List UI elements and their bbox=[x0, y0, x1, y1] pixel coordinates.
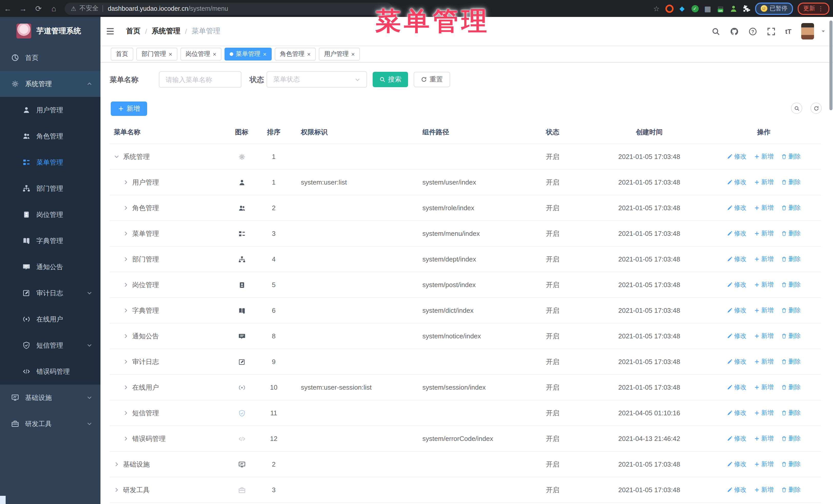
close-icon[interactable]: × bbox=[263, 51, 266, 57]
add-action[interactable]: 新增 bbox=[754, 152, 774, 161]
delete-action[interactable]: 删除 bbox=[781, 485, 801, 494]
add-button[interactable]: 新增 bbox=[111, 101, 147, 116]
expand-closed-icon[interactable] bbox=[123, 282, 129, 288]
reload-icon[interactable]: ⟳ bbox=[31, 0, 46, 17]
edit-action[interactable]: 修改 bbox=[727, 485, 746, 494]
expand-closed-icon[interactable] bbox=[114, 461, 119, 467]
sidebar-item-audit[interactable]: 审计日志 bbox=[0, 280, 100, 306]
delete-action[interactable]: 删除 bbox=[781, 332, 801, 340]
expand-closed-icon[interactable] bbox=[123, 256, 129, 262]
tab-首页[interactable]: 首页 bbox=[111, 48, 133, 61]
edit-action[interactable]: 修改 bbox=[727, 178, 746, 187]
extension-gem-icon[interactable]: ◆ bbox=[678, 4, 686, 13]
delete-action[interactable]: 删除 bbox=[781, 409, 801, 417]
browser-update-button[interactable]: 更新 ⋮ bbox=[798, 2, 829, 15]
sidebar-item-user[interactable]: 用户管理 bbox=[0, 97, 100, 123]
extensions-puzzle-icon[interactable] bbox=[742, 4, 750, 13]
add-action[interactable]: 新增 bbox=[754, 434, 774, 443]
status-select[interactable]: 菜单状态 bbox=[266, 71, 367, 88]
edit-action[interactable]: 修改 bbox=[727, 152, 746, 161]
tab-角色管理[interactable]: 角色管理× bbox=[275, 48, 316, 61]
show-search-toggle-button[interactable] bbox=[791, 102, 802, 114]
expand-closed-icon[interactable] bbox=[123, 385, 129, 390]
sidebar-item-home[interactable]: 首页 bbox=[0, 45, 100, 71]
page-scrollbar[interactable] bbox=[829, 21, 832, 110]
user-avatar[interactable] bbox=[801, 23, 814, 40]
sidebar-item-role[interactable]: 角色管理 bbox=[0, 123, 100, 149]
delete-action[interactable]: 删除 bbox=[781, 178, 801, 187]
menu-name-input[interactable] bbox=[159, 71, 241, 88]
delete-action[interactable]: 删除 bbox=[781, 383, 801, 392]
expand-closed-icon[interactable] bbox=[123, 410, 129, 416]
delete-action[interactable]: 删除 bbox=[781, 434, 801, 443]
extension-orange-icon[interactable] bbox=[665, 4, 673, 13]
extension-grid-icon[interactable]: ▦ bbox=[704, 4, 712, 13]
tab-岗位管理[interactable]: 岗位管理× bbox=[181, 48, 221, 61]
sidebar-item-system[interactable]: 系统管理 bbox=[0, 71, 100, 97]
delete-action[interactable]: 删除 bbox=[781, 152, 801, 161]
add-action[interactable]: 新增 bbox=[754, 255, 774, 264]
search-button[interactable]: 搜索 bbox=[373, 72, 408, 87]
fullscreen-icon[interactable] bbox=[767, 27, 775, 35]
delete-action[interactable]: 删除 bbox=[781, 357, 801, 366]
delete-action[interactable]: 删除 bbox=[781, 203, 801, 212]
edit-action[interactable]: 修改 bbox=[727, 357, 746, 366]
add-action[interactable]: 新增 bbox=[754, 332, 774, 340]
sidebar-item-errcode[interactable]: 错误码管理 bbox=[0, 358, 100, 385]
edit-action[interactable]: 修改 bbox=[727, 203, 746, 212]
forward-icon[interactable]: → bbox=[15, 0, 31, 17]
add-action[interactable]: 新增 bbox=[754, 203, 774, 212]
add-action[interactable]: 新增 bbox=[754, 485, 774, 494]
sidebar-item-infra[interactable]: 基础设施 bbox=[0, 385, 100, 411]
add-action[interactable]: 新增 bbox=[754, 357, 774, 366]
font-size-icon[interactable]: tT bbox=[785, 27, 791, 35]
extension-user-icon[interactable] bbox=[729, 4, 737, 13]
sidebar-item-menu[interactable]: 菜单管理 bbox=[0, 149, 100, 175]
expand-closed-icon[interactable] bbox=[123, 308, 129, 313]
sidebar-item-post[interactable]: 岗位管理 bbox=[0, 201, 100, 227]
close-icon[interactable]: × bbox=[351, 51, 355, 57]
sidebar-item-notice[interactable]: 通知公告 bbox=[0, 254, 100, 280]
edit-action[interactable]: 修改 bbox=[727, 434, 746, 443]
close-icon[interactable]: × bbox=[169, 51, 172, 57]
sidebar-item-tools[interactable]: 研发工具 bbox=[0, 411, 100, 437]
expand-closed-icon[interactable] bbox=[123, 333, 129, 339]
add-action[interactable]: 新增 bbox=[754, 383, 774, 392]
tab-菜单管理[interactable]: 菜单管理× bbox=[224, 48, 272, 61]
profile-paused-button[interactable]: ☺ 已暂停 bbox=[755, 2, 793, 15]
refresh-table-button[interactable] bbox=[810, 102, 822, 114]
expand-closed-icon[interactable] bbox=[123, 179, 129, 185]
delete-action[interactable]: 删除 bbox=[781, 229, 801, 238]
home-icon[interactable]: ⌂ bbox=[46, 0, 62, 17]
close-icon[interactable]: × bbox=[307, 51, 311, 57]
edit-action[interactable]: 修改 bbox=[727, 281, 746, 289]
expand-closed-icon[interactable] bbox=[114, 487, 119, 493]
close-icon[interactable]: × bbox=[213, 51, 216, 57]
expand-closed-icon[interactable] bbox=[123, 359, 129, 364]
sidebar-item-sms[interactable]: 短信管理 bbox=[0, 332, 100, 358]
help-icon[interactable]: ? bbox=[748, 27, 757, 35]
delete-action[interactable]: 删除 bbox=[781, 255, 801, 264]
edit-action[interactable]: 修改 bbox=[727, 255, 746, 264]
edit-action[interactable]: 修改 bbox=[727, 229, 746, 238]
add-action[interactable]: 新增 bbox=[754, 409, 774, 417]
address-bar[interactable]: ⚠ 不安全 dashboard.yudao.iocoder.cn/system/… bbox=[65, 2, 392, 15]
tab-用户管理[interactable]: 用户管理× bbox=[319, 48, 360, 61]
delete-action[interactable]: 删除 bbox=[781, 460, 801, 469]
extension-check-icon[interactable]: ✓ bbox=[691, 4, 699, 13]
breadcrumb-home[interactable]: 首页 bbox=[126, 27, 140, 36]
sidebar-item-dict[interactable]: 字典管理 bbox=[0, 227, 100, 254]
github-icon[interactable] bbox=[730, 27, 738, 35]
delete-action[interactable]: 删除 bbox=[781, 306, 801, 315]
reset-button[interactable]: 重置 bbox=[414, 72, 450, 87]
edit-action[interactable]: 修改 bbox=[727, 332, 746, 340]
edit-action[interactable]: 修改 bbox=[727, 409, 746, 417]
add-action[interactable]: 新增 bbox=[754, 281, 774, 289]
tab-部门管理[interactable]: 部门管理× bbox=[136, 48, 177, 61]
edit-action[interactable]: 修改 bbox=[727, 383, 746, 392]
add-action[interactable]: 新增 bbox=[754, 229, 774, 238]
back-icon[interactable]: ← bbox=[0, 0, 15, 17]
sidebar-fold-icon[interactable] bbox=[105, 27, 115, 36]
sidebar-item-online[interactable]: 在线用户 bbox=[0, 306, 100, 332]
add-action[interactable]: 新增 bbox=[754, 460, 774, 469]
